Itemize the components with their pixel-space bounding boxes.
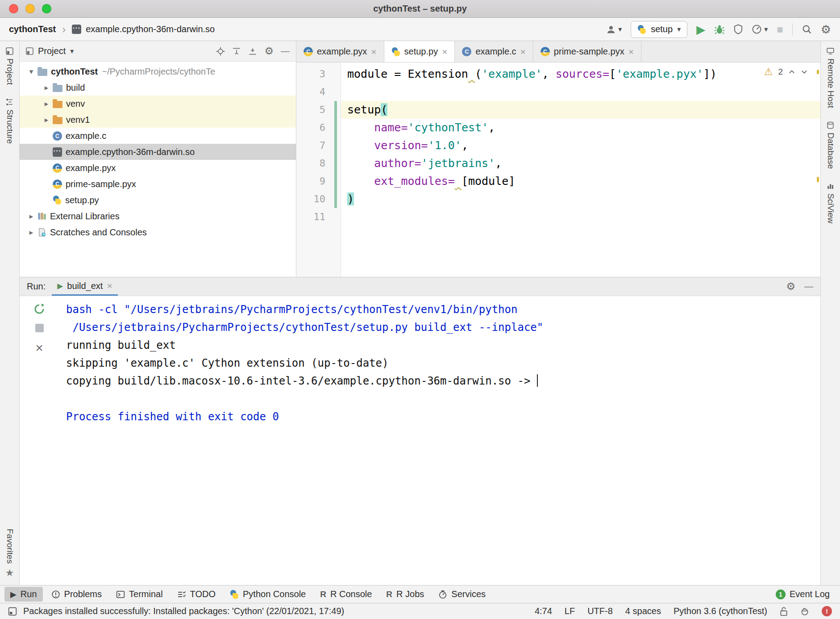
toolwindow-button-favorites[interactable]: Favorites ★ — [5, 529, 15, 579]
code-line[interactable] — [341, 83, 820, 101]
tree-item-example-so[interactable]: example.cpython-36m-darwin.so — [20, 144, 296, 160]
titlebar: cythonTest – setup.py — [0, 0, 840, 18]
toolwindow-button-terminal[interactable]: Terminal — [110, 587, 169, 602]
toolwindow-button-r-console[interactable]: R R Console — [314, 587, 378, 602]
toolwindow-button-project[interactable]: Project — [5, 47, 15, 85]
settings-button[interactable]: ⚙ — [821, 24, 831, 35]
tab-prime-sample-pyx[interactable]: prime-sample.pyx × — [533, 41, 641, 62]
tree-item-prime-sample-pyx[interactable]: prime-sample.pyx — [20, 176, 296, 192]
indent-widget[interactable]: 4 spaces — [625, 606, 661, 616]
toolwindow-button-r-jobs[interactable]: R R Jobs — [380, 587, 430, 602]
previous-warning-button[interactable] — [788, 69, 795, 75]
chevron-down-icon[interactable]: ▾ — [25, 67, 37, 76]
console-output[interactable]: bash -cl "/Users/jetbrains/PycharmProjec… — [59, 296, 820, 585]
warning-icon: ⚠ — [764, 67, 773, 77]
expand-all-button[interactable] — [248, 47, 257, 56]
tree-item-build[interactable]: ▸ build — [20, 79, 296, 96]
tree-item-cythontest[interactable]: ▾ cythonTest ~/PycharmProjects/cythonTe — [20, 63, 296, 79]
tree-item-setup-py[interactable]: setup.py — [20, 192, 296, 208]
run-settings-button[interactable]: ⚙ — [786, 281, 795, 292]
code-line-current[interactable]: setup( — [341, 101, 820, 119]
run-configuration-name: setup — [651, 24, 673, 34]
breadcrumb-file[interactable]: example.cpython-36m-darwin.so — [86, 24, 215, 34]
interpreter-widget[interactable]: Python 3.6 (cythonTest) — [674, 606, 767, 616]
next-warning-button[interactable] — [801, 69, 808, 75]
toolwindow-button-run[interactable]: ▶ Run — [4, 587, 43, 602]
tree-item-external-libraries[interactable]: ▸ External Libraries — [20, 208, 296, 224]
inspections-profile-icon[interactable] — [800, 607, 809, 616]
code-line[interactable]: author='jetbrains', — [341, 155, 820, 172]
tree-item-venv1[interactable]: ▸ venv1 — [20, 112, 296, 128]
encoding-widget[interactable]: UTF-8 — [587, 606, 613, 616]
close-window-button[interactable] — [9, 4, 18, 13]
chevron-right-icon[interactable]: ▸ — [25, 228, 37, 237]
run-button[interactable]: ▶ — [696, 24, 705, 35]
tab-example-c[interactable]: example.c × — [455, 41, 533, 62]
zoom-window-button[interactable] — [42, 4, 51, 13]
run-with-coverage-button[interactable] — [734, 24, 743, 34]
panel-settings-button[interactable]: ⚙ — [264, 46, 274, 56]
toolwindow-button-remote-host[interactable]: Remote Host — [826, 47, 836, 108]
toolwindow-button-sciview[interactable]: SciView — [826, 182, 836, 223]
close-icon[interactable]: × — [520, 46, 526, 57]
tab-setup-py[interactable]: setup.py × — [384, 41, 455, 62]
close-console-button[interactable]: × — [35, 341, 43, 355]
tree-item-example-pyx[interactable]: example.pyx — [20, 160, 296, 176]
code-line[interactable]: ) — [341, 190, 820, 208]
chevron-right-icon[interactable]: ▸ — [40, 115, 53, 125]
profiler-button[interactable]: ▾ — [752, 24, 768, 34]
code-line[interactable]: ext_modules= [module] — [341, 172, 820, 190]
lock-icon[interactable] — [780, 606, 788, 616]
run-configuration-selector[interactable]: setup ▾ — [631, 21, 687, 38]
search-everywhere-button[interactable] — [802, 24, 812, 34]
run-tab-build-ext[interactable]: ▶ build_ext × — [52, 277, 117, 296]
pycharm-window: cythonTest – setup.py cythonTest › examp… — [0, 0, 840, 619]
toolwindow-button-problems[interactable]: Problems — [46, 587, 108, 602]
chevron-right-icon[interactable]: ▸ — [40, 83, 53, 92]
rerun-button[interactable] — [33, 303, 45, 315]
chevron-right-icon[interactable]: ▸ — [40, 99, 53, 109]
toolwindow-label: Event Log — [790, 589, 830, 599]
chevron-down-icon[interactable]: ▾ — [70, 47, 74, 55]
scrollbar-warning-mark[interactable] — [817, 70, 819, 74]
toolwindow-button-todo[interactable]: TODO — [171, 587, 221, 602]
indent — [347, 175, 374, 188]
notification-error-icon[interactable] — [822, 606, 832, 616]
toolwindow-button-python-console[interactable]: Python Console — [224, 587, 312, 602]
line-separator-widget[interactable]: LF — [565, 606, 575, 616]
project-panel-title[interactable]: Project — [38, 46, 66, 56]
collapse-all-button[interactable] — [232, 47, 241, 56]
chevron-right-icon[interactable]: ▸ — [25, 212, 37, 221]
tree-item-venv[interactable]: ▸ venv — [20, 96, 296, 112]
caret-position-widget[interactable]: 4:74 — [535, 606, 552, 616]
code-line[interactable]: module = Extension ('example', sources=[… — [341, 65, 820, 83]
hide-panel-button[interactable]: — — [281, 46, 290, 56]
close-icon[interactable]: × — [628, 46, 634, 57]
toolwindow-button-services[interactable]: Services — [432, 587, 491, 602]
minimize-window-button[interactable] — [25, 4, 35, 13]
tab-example-pyx[interactable]: example.pyx × — [296, 41, 384, 62]
scrollbar-warning-mark[interactable] — [817, 177, 819, 182]
code-line[interactable] — [341, 208, 820, 226]
close-icon[interactable]: × — [107, 280, 112, 291]
breadcrumb-project[interactable]: cythonTest — [9, 24, 56, 34]
stop-button[interactable]: ■ — [777, 24, 783, 35]
toolwindow-button-structure[interactable]: Structure — [5, 98, 15, 144]
debug-button[interactable] — [714, 24, 725, 35]
inspection-widget[interactable]: ⚠ 2 — [764, 67, 808, 77]
hide-run-panel-button[interactable]: — — [804, 281, 813, 292]
user-profile-button[interactable]: ▾ — [606, 25, 622, 34]
tree-item-example-c[interactable]: example.c — [20, 128, 296, 144]
toolwindow-toggle-icon[interactable] — [8, 607, 17, 616]
code-line[interactable]: version='1.0', — [341, 137, 820, 155]
indent — [347, 157, 374, 170]
code-line[interactable]: name='cythonTest', — [341, 119, 820, 137]
toolwindow-button-event-log[interactable]: 1 Event Log — [770, 587, 836, 602]
tree-item-scratches[interactable]: ▸ Scratches and Consoles — [20, 224, 296, 240]
close-icon[interactable]: × — [442, 46, 447, 57]
close-icon[interactable]: × — [371, 46, 376, 57]
code-area[interactable]: module = Extension ('example', sources=[… — [341, 63, 820, 277]
toolwindow-button-database[interactable]: Database — [826, 121, 836, 169]
stop-process-button[interactable] — [35, 324, 44, 332]
locate-file-button[interactable] — [216, 47, 225, 56]
